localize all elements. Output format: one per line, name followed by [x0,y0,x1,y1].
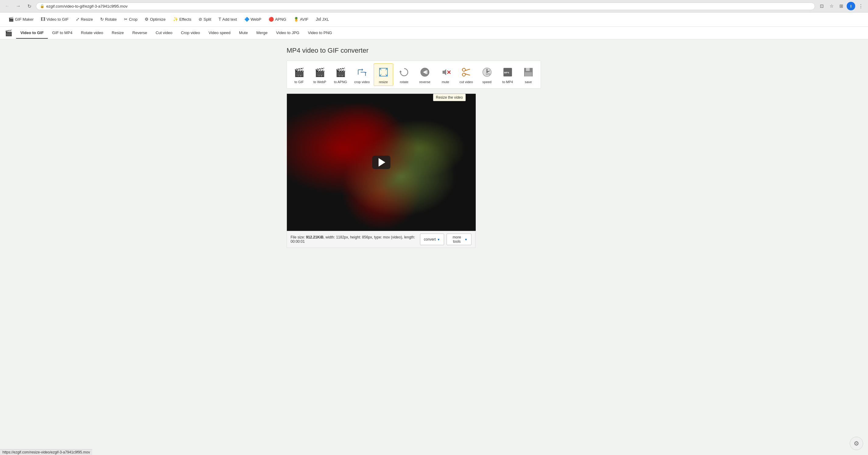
optimize-nav-icon: ⚙ [145,17,149,22]
tool-rotate[interactable]: rotate [394,63,414,86]
mute-label: mute [442,80,449,84]
address-bar[interactable]: 🔒 ezgif.com/video-to-gif/ezgif-3-a7941c9… [36,2,815,10]
cast-button[interactable]: ⊡ [817,2,826,10]
subnav-video-to-png[interactable]: Video to PNG [304,27,336,39]
to-webp-icon: 🎬 [313,65,327,79]
subnav-crop-video[interactable]: Crop video [177,27,204,39]
subnav-mute[interactable]: Mute [235,27,252,39]
nav-avif[interactable]: 🍍 AVIF [290,12,312,27]
menu-button[interactable]: ⋮ [857,2,865,10]
subnav-resize[interactable]: Resize [107,27,128,39]
tool-cut-video[interactable]: cut video [457,63,476,86]
subnav-video-to-jpg[interactable]: Video to JPG [272,27,304,39]
nav-add-text[interactable]: T Add text [215,12,241,27]
split-nav-icon: ⊘ [198,17,202,22]
lock-icon: 🔒 [40,4,44,8]
convert-down-arrow-icon: ▼ [437,238,440,241]
file-info-bar: File size: 912.21KiB, width: 1182px, hei… [287,231,475,248]
file-info-actions: convert ▼ more tools ▼ [420,234,471,245]
subnav-rotate-video[interactable]: Rotate video [77,27,107,39]
crop-nav-icon: ✂ [124,17,128,22]
nav-rotate[interactable]: ↻ Rotate [97,12,120,27]
rotate-icon [398,65,411,79]
video-container [287,93,475,231]
tool-to-mp4[interactable]: MP4 to MP4 [498,63,518,86]
clapboard-icon: 🎬 [5,29,12,36]
resize-icon [377,65,390,79]
subnav-cut-video[interactable]: Cut video [151,27,177,39]
svg-marker-4 [362,68,363,71]
add-text-nav-icon: T [219,17,221,22]
main-content: MP4 video to GIF converter 🎬 to GIF 🎬 to… [282,39,586,255]
svg-point-28 [486,71,488,73]
nav-crop[interactable]: ✂ Crop [120,12,141,27]
video-placeholder [287,94,476,231]
resize-tooltip: Resize the video [433,94,466,101]
crop-video-label: crop video [354,80,370,84]
tool-to-gif[interactable]: 🎬 to GIF [289,63,309,86]
save-icon [522,65,535,79]
to-mp4-icon: MP4 [501,65,515,79]
browser-chrome: ← → ↻ 🔒 ezgif.com/video-to-gif/ezgif-3-a… [0,0,868,12]
webp-nav-icon: 🔷 [244,17,249,22]
video-gif-icon: 🎞 [41,17,45,22]
svg-text:SPD: SPD [486,73,490,75]
convert-button[interactable]: convert ▼ [420,234,444,245]
tool-to-webp[interactable]: 🎬 to WebP [310,63,330,86]
nav-jxl[interactable]: Jxl JXL [312,12,333,27]
rotate-label: rotate [400,80,408,84]
site-nav: 🎬 GIF Maker 🎞 Video to GIF ⤢ Resize ↻ Ro… [0,12,868,27]
file-size-prefix: File size: [290,235,306,239]
more-tools-button[interactable]: more tools ▼ [446,234,471,245]
tool-save[interactable]: save [519,63,538,86]
tool-reverse[interactable]: reverse [415,63,435,86]
refresh-button[interactable]: ↻ [25,2,33,10]
back-button[interactable]: ← [3,2,11,10]
tab-search-button[interactable]: ⊞ [837,2,845,10]
nav-resize[interactable]: ⤢ Resize [72,12,97,27]
sub-nav-logo: 🎬 [2,27,15,39]
nav-webp[interactable]: 🔷 WebP [241,12,265,27]
subnav-video-to-gif[interactable]: Video to GIF [16,27,48,39]
svg-text:MP4: MP4 [504,71,509,74]
address-text: ezgif.com/video-to-gif/ezgif-3-a7941c9f9… [46,4,811,8]
tool-to-apng[interactable]: 🎬 to APNG [331,63,350,86]
user-avatar[interactable]: I [847,2,855,10]
nav-split[interactable]: ⊘ Split [195,12,215,27]
play-button[interactable] [372,156,391,169]
save-label: save [525,80,532,84]
svg-rect-34 [525,72,532,77]
tool-crop-video[interactable]: crop video [351,63,372,86]
nav-apng[interactable]: 🔴 APNG [265,12,290,27]
forward-button[interactable]: → [14,2,23,10]
subnav-video-speed[interactable]: Video speed [204,27,235,39]
nav-effects[interactable]: ✨ Effects [169,12,195,27]
jxl-nav-icon: Jxl [316,17,321,22]
svg-rect-33 [526,68,530,71]
nav-gif-maker[interactable]: 🎬 GIF Maker [5,12,37,27]
more-tools-label: more tools [451,235,463,244]
play-triangle-icon [378,158,385,166]
nav-optimize[interactable]: ⚙ Optimize [141,12,169,27]
avif-nav-icon: 🍍 [293,17,299,22]
subnav-merge[interactable]: Merge [252,27,272,39]
file-info-text: File size: 912.21KiB, width: 1182px, hei… [290,235,420,244]
tool-mute[interactable]: mute [436,63,455,86]
rotate-nav-icon: ↻ [100,17,104,22]
to-gif-icon: 🎬 [292,65,306,79]
browser-toolbar: ← → ↻ 🔒 ezgif.com/video-to-gif/ezgif-3-a… [0,0,868,12]
reverse-icon [418,65,432,79]
tool-speed[interactable]: SPD speed [477,63,497,86]
svg-rect-18 [426,70,427,74]
tool-icons-row: 🎬 to GIF 🎬 to WebP 🎬 to APNG [287,61,541,89]
bookmark-button[interactable]: ☆ [827,2,836,10]
to-webp-label: to WebP [313,80,326,84]
resize-nav-icon: ⤢ [76,17,80,22]
tool-resize[interactable]: resize [374,63,393,86]
subnav-gif-to-mp4[interactable]: GIF to MP4 [48,27,76,39]
to-apng-label: to APNG [334,80,347,84]
effects-nav-icon: ✨ [173,17,178,22]
to-mp4-label: to MP4 [502,80,513,84]
nav-video-to-gif[interactable]: 🎞 Video to GIF [37,12,72,27]
subnav-reverse[interactable]: Reverse [128,27,151,39]
